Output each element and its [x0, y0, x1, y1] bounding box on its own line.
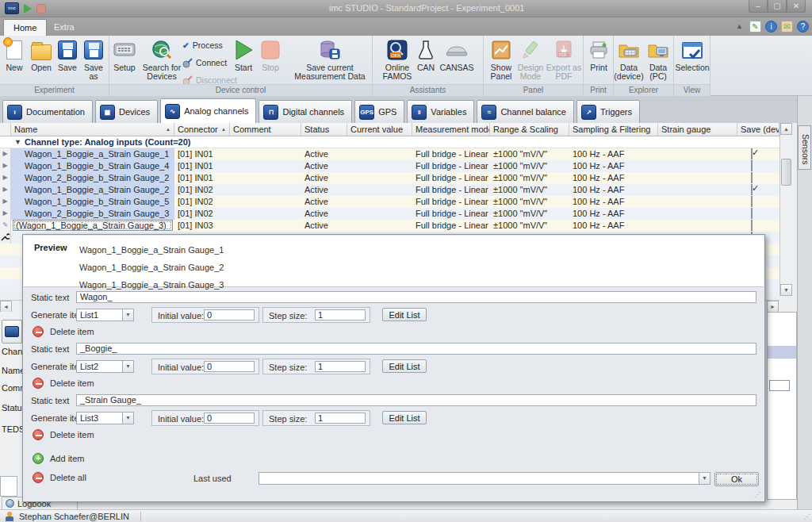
cell-name-editor[interactable]: (Wagon_1_Boggie_a_Strain Gauge_3)	[11, 220, 174, 232]
cell-name[interactable]: Wagon_1_Boggie_a_Strain Gauge_2	[11, 184, 174, 196]
static-text-input[interactable]: _Boggie_	[76, 343, 756, 355]
save-button[interactable]: Save	[55, 38, 80, 72]
minimize-button[interactable]: –	[749, 0, 768, 13]
initial-value-input[interactable]: 0	[204, 361, 255, 372]
delete-item-icon[interactable]	[33, 378, 44, 389]
cell-measurement-mode[interactable]: Full bridge - Linear	[412, 160, 490, 172]
cell-measurement-mode[interactable]: Full bridge - Linear	[412, 184, 490, 196]
cell-current-value[interactable]	[347, 220, 412, 232]
delete-all-icon[interactable]	[33, 472, 44, 483]
cansas-button[interactable]: CANSAS	[439, 38, 474, 72]
vertical-scrollbar[interactable]: ▲ ▼	[779, 123, 791, 296]
cell-name[interactable]: Wagon_1_Boggie_a_Strain Gauge_1	[11, 148, 174, 160]
cell-save-device[interactable]	[737, 220, 779, 232]
design-mode-button[interactable]: Design Mode	[515, 38, 546, 81]
list-select[interactable]: List3▼	[76, 412, 134, 424]
table-row[interactable]: ▶ Wagon_2_Boggie_b_Strain Gauge_3 [01] I…	[0, 208, 779, 220]
cell-sampling[interactable]: 100 Hz - AAF	[569, 148, 658, 160]
delete-item-icon[interactable]	[33, 429, 44, 440]
grid-column-header[interactable]: Name	[11, 123, 174, 136]
document-tab[interactable]: ⊓ Digital channels	[259, 100, 352, 123]
cell-connector[interactable]: [01] IN02	[174, 196, 230, 208]
properties-field-box[interactable]	[769, 380, 790, 391]
save-checkbox[interactable]	[751, 160, 753, 171]
setup-button[interactable]: Setup	[111, 38, 138, 72]
cell-measurement-mode[interactable]: Full bridge - Linear	[412, 172, 490, 184]
document-tab[interactable]: ≈ Channel balance	[477, 100, 574, 123]
cell-save-device[interactable]	[737, 184, 779, 196]
cell-range-scaling[interactable]: ±1000 "mV/V"	[490, 220, 569, 232]
edit-pencil-icon[interactable]: ✎	[749, 21, 761, 33]
cell-strain-gauge[interactable]	[658, 220, 737, 232]
export-pdf-button[interactable]: PDF Export as PDF	[546, 38, 582, 81]
cell-comment[interactable]	[230, 172, 301, 184]
grid-column-header[interactable]: Range & Scaling	[490, 123, 569, 136]
cell-strain-gauge[interactable]	[658, 172, 737, 184]
scroll-down-icon[interactable]: ▼	[780, 284, 792, 296]
cell-connector[interactable]: [01] IN01	[174, 148, 230, 160]
cell-comment[interactable]	[230, 184, 301, 196]
cell-range-scaling[interactable]: ±1000 "mV/V"	[490, 172, 569, 184]
scroll-left-icon[interactable]: ◄	[0, 301, 12, 313]
cell-sampling[interactable]: 100 Hz - AAF	[569, 172, 658, 184]
cell-status[interactable]: Active	[301, 196, 347, 208]
cell-current-value[interactable]	[347, 208, 412, 220]
table-row[interactable]: ▶ Wagon_1_Boggie_a_Strain Gauge_2 [01] I…	[0, 184, 779, 196]
ok-button[interactable]: Ok	[714, 472, 759, 486]
connect-button[interactable]: Connect	[182, 56, 227, 69]
feedback-icon[interactable]: ✉	[781, 21, 793, 33]
cell-status[interactable]: Active	[301, 184, 347, 196]
cell-strain-gauge[interactable]	[658, 148, 737, 160]
cell-current-value[interactable]	[347, 160, 412, 172]
grid-group-row[interactable]: ▼ Channel type: Analog inputs (Count=20)	[0, 136, 779, 148]
document-tab[interactable]: ∿ Analog channels	[160, 98, 256, 123]
close-button[interactable]: ✕	[787, 0, 806, 13]
cell-measurement-mode[interactable]: Full bridge - Linear	[412, 220, 490, 232]
data-device-button[interactable]: Data (device)	[614, 38, 644, 81]
cell-strain-gauge[interactable]	[658, 160, 737, 172]
cell-connector[interactable]: [01] IN01	[174, 172, 230, 184]
grid-column-header[interactable]: Comment	[230, 123, 301, 136]
online-famos-button[interactable]: OFA Online FAMOS	[382, 38, 412, 81]
step-size-input[interactable]: 1	[315, 361, 366, 372]
tab-extra[interactable]: Extra	[44, 19, 84, 36]
cell-sampling[interactable]: 100 Hz - AAF	[569, 184, 658, 196]
new-button[interactable]: New	[2, 38, 27, 72]
imc-logo-icon[interactable]: imc	[5, 2, 19, 14]
document-tab[interactable]: ‖ Variables	[407, 100, 474, 123]
grid-column-header[interactable]: Save (device)	[737, 123, 779, 136]
cell-connector[interactable]: [01] IN03	[174, 220, 230, 232]
cell-measurement-mode[interactable]: Full bridge - Linear	[412, 148, 490, 160]
cell-strain-gauge[interactable]	[658, 184, 737, 196]
static-text-input[interactable]: _Strain Gauge_	[76, 394, 756, 406]
scroll-right-icon[interactable]: ►	[767, 301, 779, 313]
grid-column-header[interactable]: Status	[301, 123, 347, 136]
open-button[interactable]: Open	[29, 38, 54, 72]
print-button[interactable]: Print	[585, 38, 612, 72]
cell-range-scaling[interactable]: ±1000 "mV/V"	[490, 208, 569, 220]
cell-save-device[interactable]	[737, 148, 779, 160]
cell-range-scaling[interactable]: ±1000 "mV/V"	[490, 196, 569, 208]
tab-sensors[interactable]: Sensors	[798, 125, 811, 170]
save-as-button[interactable]: Save as	[80, 38, 107, 81]
cell-comment[interactable]	[230, 196, 301, 208]
vertical-scroll-thumb[interactable]	[781, 159, 791, 186]
cell-strain-gauge[interactable]	[658, 196, 737, 208]
cell-comment[interactable]	[230, 220, 301, 232]
name-editor-input[interactable]: (Wagon_1_Boggie_a_Strain Gauge_3)	[13, 220, 173, 231]
help-icon[interactable]: ?	[797, 21, 809, 33]
cell-status[interactable]: Active	[301, 208, 347, 220]
save-checkbox[interactable]	[751, 220, 753, 231]
table-edit-row[interactable]: ✎ (Wagon_1_Boggie_a_Strain Gauge_3) [01]…	[0, 220, 779, 232]
cell-connector[interactable]: [01] IN01	[174, 160, 230, 172]
cell-sampling[interactable]: 100 Hz - AAF	[569, 196, 658, 208]
collapse-ribbon-icon[interactable]: ▲	[733, 21, 745, 33]
window-resize-grip[interactable]: ⋰	[803, 512, 810, 520]
save-checkbox[interactable]	[751, 208, 753, 219]
document-tab[interactable]: GPS GPS	[354, 100, 404, 123]
grid-column-header[interactable]: Sampling & Filtering	[569, 123, 658, 136]
table-row[interactable]: ▶ Wagon_1_Boggie_b_Strain Gauge_4 [01] I…	[0, 160, 779, 172]
cell-status[interactable]: Active	[301, 172, 347, 184]
initial-value-input[interactable]: 0	[204, 309, 255, 320]
edit-list-button[interactable]: Edit List	[382, 308, 427, 321]
